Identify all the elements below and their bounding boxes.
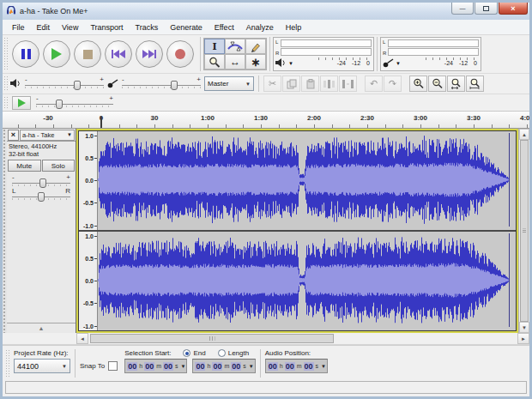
output-volume-slider[interactable]: - + (25, 78, 104, 90)
ruler-label: 3:30 (467, 114, 481, 122)
scroll-up-button[interactable]: ▲ (519, 129, 529, 140)
track-pan-thumb[interactable] (38, 192, 45, 202)
playback-meter-dropdown-icon[interactable]: ▼ (288, 61, 293, 66)
minimize-button[interactable]: — (451, 3, 474, 15)
scroll-left-button[interactable]: ◄ (76, 333, 88, 344)
undo-button[interactable]: ↶ (365, 76, 383, 92)
left-channel-waveform[interactable] (98, 131, 516, 230)
ruler-label: 3:00 (414, 114, 427, 122)
output-volume-thumb[interactable] (74, 81, 81, 90)
menu-edit[interactable]: Edit (31, 21, 57, 33)
length-radio[interactable]: Length (218, 349, 249, 357)
horizontal-scroll-track[interactable] (88, 333, 529, 344)
selection-start-field[interactable]: 00h 00m 00s ▼ (124, 359, 187, 373)
trim-outside-button[interactable] (320, 76, 338, 92)
chevron-down-icon[interactable]: ▼ (181, 364, 186, 369)
recording-meter[interactable]: L R ▼ -24 -12 0 (380, 37, 481, 71)
track-collapse-button[interactable]: ▲ (7, 323, 76, 333)
track-gain-slider[interactable]: - + (12, 176, 70, 187)
play-icon (51, 48, 62, 60)
close-button[interactable]: × (499, 3, 528, 15)
right-channel-waveform[interactable] (98, 232, 516, 330)
maximize-button[interactable] (475, 3, 498, 15)
edit-toolbar: ✂ ↶ ↷ (262, 74, 486, 94)
menu-tracks[interactable]: Tracks (130, 21, 165, 33)
draw-tool-button[interactable] (245, 39, 266, 54)
project-rate-value: 44100 (17, 362, 39, 371)
fit-selection-button[interactable] (447, 76, 465, 92)
chevron-down-icon: ▼ (62, 364, 67, 369)
right-channel-amplitude-ruler[interactable]: 1.0 0.5 0.0 -0.5 -1.0 (79, 232, 98, 330)
multi-tool-button[interactable]: ∗ (245, 54, 266, 70)
selection-tool-button[interactable]: I (204, 39, 225, 54)
selection-toolbar-grip[interactable] (5, 349, 9, 378)
track-title-menu[interactable]: a-ha - Take ▼ (20, 130, 75, 141)
menu-generate[interactable]: Generate (164, 21, 209, 33)
vertical-scrollbar[interactable]: ▲ ▼ (518, 129, 529, 333)
menu-file[interactable]: File (6, 21, 31, 33)
menu-help[interactable]: Help (280, 21, 308, 33)
left-channel-amplitude-ruler[interactable]: 1.0 0.5 0.0 -0.5 -1.0 (79, 131, 98, 230)
title-bar[interactable]: a-ha - Take On Me+ — × (3, 3, 529, 20)
redo-icon: ↷ (389, 78, 396, 89)
zoom-out-button[interactable] (428, 76, 446, 92)
paste-button[interactable] (301, 76, 319, 92)
recording-meter-dropdown-icon[interactable]: ▼ (396, 61, 401, 66)
audio-position-field[interactable]: 00h 00m 00s ▼ (265, 359, 328, 373)
menu-analyze[interactable]: Analyze (240, 21, 280, 33)
vertical-scroll-thumb[interactable] (520, 140, 529, 322)
transport-toolbar (9, 35, 197, 73)
timeshift-tool-button[interactable]: ↔ (225, 54, 245, 70)
playback-speed-thumb[interactable] (56, 100, 63, 109)
chevron-down-icon[interactable]: ▼ (249, 364, 254, 369)
stop-button[interactable] (74, 40, 101, 68)
gain-plus-label: + (66, 173, 70, 181)
chevron-down-icon[interactable]: ▼ (321, 364, 326, 369)
scroll-down-button[interactable]: ▼ (519, 322, 529, 333)
mute-button[interactable]: Mute (8, 160, 41, 172)
record-button[interactable] (166, 40, 194, 68)
microphone-icon (383, 58, 394, 68)
transport-toolbar-grip[interactable] (3, 37, 8, 71)
mixer-toolbar-grip[interactable] (3, 76, 8, 92)
playspeed-toolbar-grip[interactable] (3, 96, 8, 109)
track-close-button[interactable]: × (8, 130, 19, 141)
end-radio[interactable]: End (183, 349, 205, 357)
menu-effect[interactable]: Effect (209, 21, 240, 33)
pause-button[interactable] (12, 40, 39, 68)
silence-selection-button[interactable] (339, 76, 357, 92)
input-volume-slider[interactable]: - + (122, 78, 201, 90)
horizontal-scrollbar[interactable]: ◄ ► (76, 333, 529, 344)
copy-button[interactable] (282, 76, 300, 92)
zoom-in-button[interactable] (409, 76, 427, 92)
ruler-label: 1:00 (201, 114, 215, 122)
trim-icon (323, 79, 335, 89)
play-at-speed-button[interactable] (12, 96, 31, 110)
zoom-tool-button[interactable] (204, 54, 225, 70)
cut-button[interactable]: ✂ (263, 76, 281, 92)
redo-button[interactable]: ↷ (384, 76, 402, 92)
skip-to-start-button[interactable] (105, 40, 132, 68)
project-rate-select[interactable]: 44100 ▼ (14, 359, 70, 373)
skip-to-start-icon (112, 50, 125, 58)
play-button[interactable] (43, 40, 70, 68)
fit-project-button[interactable] (466, 76, 484, 92)
horizontal-scroll-thumb[interactable] (90, 334, 334, 343)
timeline-ruler[interactable]: -30 0 30 1:00 1:30 2:00 2:30 3:00 3:30 4… (3, 112, 529, 129)
envelope-tool-button[interactable] (225, 39, 245, 54)
input-source-select[interactable]: Master ▼ (204, 76, 254, 91)
playback-meter[interactable]: L R ▼ -24 -12 0 (273, 37, 374, 71)
selection-toolbar: Project Rate (Hz): 44100 ▼ Snap To Selec… (3, 345, 529, 379)
selection-end-field[interactable]: 00h 00m 00s ▼ (192, 359, 255, 373)
track-gain-thumb[interactable] (39, 178, 46, 188)
solo-button[interactable]: Solo (42, 160, 76, 172)
playback-speed-slider[interactable]: - + (36, 97, 113, 109)
menu-view[interactable]: View (56, 21, 84, 33)
scroll-right-button[interactable]: ► (517, 333, 529, 344)
snap-to-checkbox[interactable] (108, 361, 118, 371)
menu-transport[interactable]: Transport (84, 21, 129, 33)
zoom-out-icon (432, 78, 444, 89)
skip-to-end-button[interactable] (136, 40, 163, 68)
input-volume-thumb[interactable] (171, 81, 178, 90)
track-pan-slider[interactable]: L R (12, 190, 70, 201)
